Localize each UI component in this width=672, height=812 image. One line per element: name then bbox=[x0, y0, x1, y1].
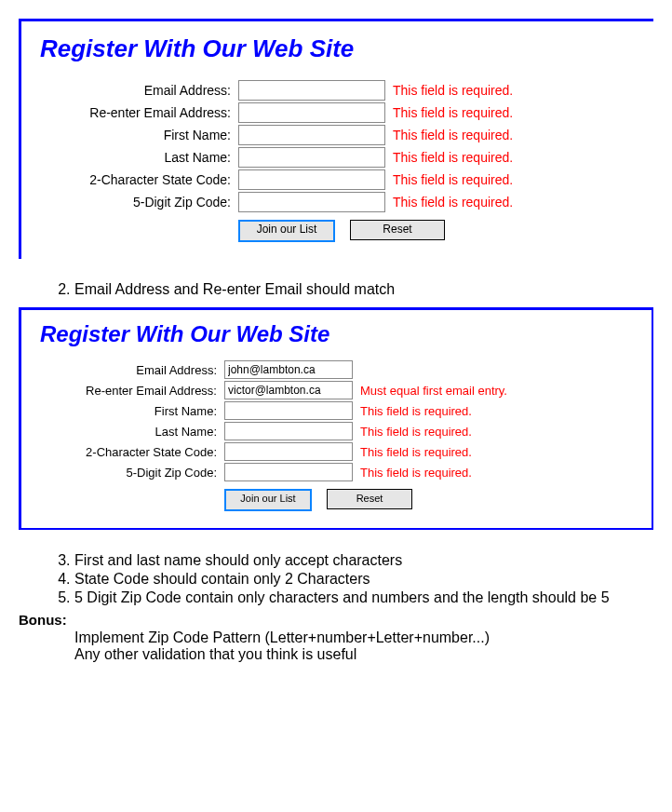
input-last[interactable] bbox=[238, 147, 385, 168]
label2-zip: 5-Digit Zip Code: bbox=[40, 466, 224, 480]
error2-first: This field is required. bbox=[360, 404, 472, 418]
form2-title: Register With Our Web Site bbox=[40, 321, 633, 347]
label-email: Email Address: bbox=[40, 83, 238, 98]
input2-last[interactable] bbox=[224, 422, 353, 440]
input2-email[interactable] bbox=[224, 360, 353, 379]
label-reemail: Re-enter Email Address: bbox=[40, 105, 238, 120]
form1-button-row: Join our List Reset bbox=[238, 220, 635, 242]
error-email: This field is required. bbox=[393, 83, 513, 98]
error-zip: This field is required. bbox=[393, 195, 513, 210]
row-reemail: Re-enter Email Address: This field is re… bbox=[40, 102, 635, 123]
row2-state: 2-Character State Code: This field is re… bbox=[40, 442, 633, 461]
bonus-label: Bonus: bbox=[19, 612, 653, 628]
bonus-line-1: Implement Zip Code Pattern (Letter+numbe… bbox=[74, 629, 653, 646]
label2-reemail: Re-enter Email Address: bbox=[40, 384, 224, 398]
error-reemail: This field is required. bbox=[393, 105, 513, 120]
label2-email: Email Address: bbox=[40, 363, 224, 377]
register-panel-2: Register With Our Web Site Email Address… bbox=[19, 307, 653, 530]
rules-345-list: First and last name should only accept c… bbox=[56, 552, 653, 606]
error-first: This field is required. bbox=[393, 128, 513, 142]
label-state: 2-Character State Code: bbox=[40, 172, 238, 187]
row-first: First Name: This field is required. bbox=[40, 125, 635, 145]
row2-first: First Name: This field is required. bbox=[40, 401, 633, 420]
label-zip: 5-Digit Zip Code: bbox=[40, 195, 238, 210]
error2-zip: This field is required. bbox=[360, 466, 472, 480]
label2-last: Last Name: bbox=[40, 425, 224, 439]
input2-first[interactable] bbox=[224, 401, 353, 420]
form2-button-row: Join our List Reset bbox=[224, 489, 633, 511]
input-state[interactable] bbox=[238, 169, 385, 190]
rule-2-list: Email Address and Re-enter Email should … bbox=[56, 281, 653, 298]
error-last: This field is required. bbox=[393, 150, 513, 165]
row-state: 2-Character State Code: This field is re… bbox=[40, 169, 635, 190]
input-zip[interactable] bbox=[238, 192, 385, 212]
input-email[interactable] bbox=[238, 80, 385, 101]
label-first: First Name: bbox=[40, 128, 238, 142]
reset-button-2[interactable]: Reset bbox=[327, 489, 412, 509]
row2-zip: 5-Digit Zip Code: This field is required… bbox=[40, 463, 633, 481]
row2-email: Email Address: bbox=[40, 360, 633, 379]
row-last: Last Name: This field is required. bbox=[40, 147, 635, 168]
row2-reemail: Re-enter Email Address: Must equal first… bbox=[40, 381, 633, 399]
rule-4: State Code should contain only 2 Charact… bbox=[74, 571, 653, 588]
error2-last: This field is required. bbox=[360, 425, 472, 439]
label2-first: First Name: bbox=[40, 404, 224, 418]
row2-last: Last Name: This field is required. bbox=[40, 422, 633, 440]
form1-title: Register With Our Web Site bbox=[40, 34, 635, 63]
join-button[interactable]: Join our List bbox=[238, 220, 335, 242]
input2-zip[interactable] bbox=[224, 463, 353, 481]
input2-state[interactable] bbox=[224, 442, 353, 461]
reset-button[interactable]: Reset bbox=[350, 220, 445, 240]
rule-3: First and last name should only accept c… bbox=[74, 552, 653, 569]
register-panel-1: Register With Our Web Site Email Address… bbox=[19, 19, 653, 259]
rule-2: Email Address and Re-enter Email should … bbox=[74, 281, 653, 298]
label-last: Last Name: bbox=[40, 150, 238, 165]
row-zip: 5-Digit Zip Code: This field is required… bbox=[40, 192, 635, 212]
input2-reemail[interactable] bbox=[224, 381, 353, 399]
input-reemail[interactable] bbox=[238, 102, 385, 123]
row-email: Email Address: This field is required. bbox=[40, 80, 635, 101]
bonus-line-2: Any other validation that you think is u… bbox=[74, 646, 653, 663]
error-state: This field is required. bbox=[393, 172, 513, 187]
bonus-body: Implement Zip Code Pattern (Letter+numbe… bbox=[74, 629, 653, 663]
error2-state: This field is required. bbox=[360, 445, 472, 459]
join-button-2[interactable]: Join our List bbox=[224, 489, 312, 511]
error2-reemail: Must equal first email entry. bbox=[360, 384, 507, 398]
rule-5: 5 Digit Zip Code contain only characters… bbox=[74, 589, 653, 606]
label2-state: 2-Character State Code: bbox=[40, 445, 224, 459]
input-first[interactable] bbox=[238, 125, 385, 145]
